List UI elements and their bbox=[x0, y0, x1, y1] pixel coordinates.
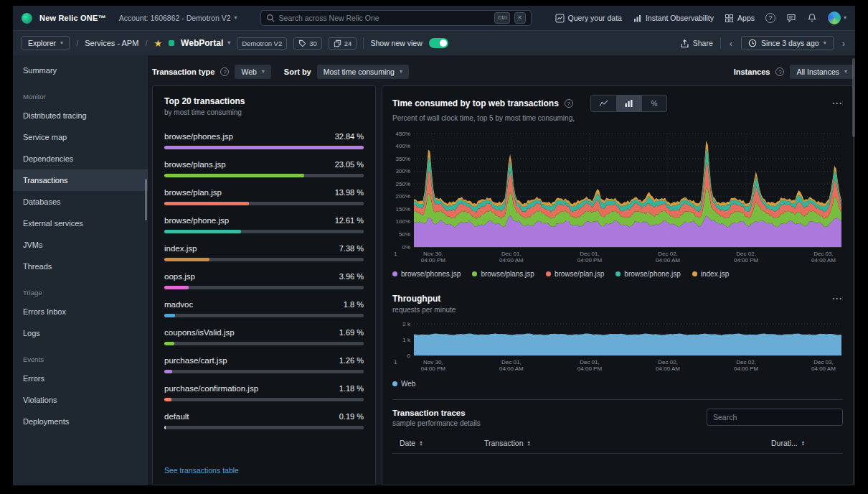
traces-column-transaction[interactable]: Transaction▲▼ bbox=[484, 439, 771, 447]
transaction-row[interactable]: coupons/isValid.jsp1.69 % bbox=[164, 328, 364, 345]
sidebar-item-deployments[interactable]: Deployments bbox=[13, 411, 148, 432]
sidebar-item-jvms[interactable]: JVMs bbox=[13, 234, 148, 256]
transaction-row[interactable]: purchase/cart.jsp1.26 % bbox=[164, 356, 364, 373]
feedback-button[interactable] bbox=[786, 13, 796, 23]
sidebar-item-dependencies[interactable]: Dependencies bbox=[13, 148, 148, 169]
legend-item-browse-plan-jsp[interactable]: browse/plan.jsp bbox=[546, 270, 604, 278]
legend-item-browse-phone-jsp[interactable]: browse/phone.jsp bbox=[615, 270, 680, 278]
chart-menu-button[interactable]: ··· bbox=[832, 98, 843, 108]
traces-search-input[interactable] bbox=[707, 409, 843, 426]
legend-label: browse/phones.jsp bbox=[401, 270, 461, 278]
transaction-row[interactable]: purchase/confirmation.jsp1.18 % bbox=[164, 384, 364, 401]
sidebar-scrollbar[interactable] bbox=[145, 179, 147, 220]
apps-button[interactable]: Apps bbox=[725, 14, 755, 23]
ctrl-key-badge: Ctrl bbox=[494, 12, 510, 23]
account-badge[interactable]: Demotron V2 bbox=[237, 37, 287, 50]
transaction-row[interactable]: browse/phones.jsp32.84 % bbox=[164, 132, 364, 149]
transaction-type-select[interactable]: Web ▾ bbox=[235, 65, 270, 79]
svg-text:0%: 0% bbox=[402, 244, 410, 251]
sidebar-section-triage: Triage bbox=[13, 277, 148, 301]
favorite-star-icon[interactable]: ★ bbox=[154, 39, 162, 48]
sidebar-item-transactions[interactable]: Transactions bbox=[13, 169, 148, 191]
traces-column-durati[interactable]: Durati...▲▼ bbox=[771, 439, 836, 447]
new-relic-app-window: New Relic ONE™ Account: 1606862 - Demotr… bbox=[13, 6, 855, 485]
bar-chart-toggle[interactable] bbox=[616, 95, 641, 111]
legend-item-index-jsp[interactable]: index.jsp bbox=[692, 270, 729, 278]
search-input[interactable] bbox=[279, 14, 490, 22]
sidebar-item-violations[interactable]: Violations bbox=[13, 389, 148, 411]
charts-panel: Time consumed by top web transactions ? … bbox=[382, 85, 854, 485]
chevron-down-icon: ▾ bbox=[824, 40, 826, 46]
legend-item-web[interactable]: Web bbox=[392, 380, 415, 388]
sidebar-section-monitor: Monitor bbox=[13, 81, 148, 105]
svg-text:Dec 01,: Dec 01, bbox=[580, 251, 600, 257]
sidebar-item-distributed-tracing[interactable]: Distributed tracing bbox=[13, 105, 148, 126]
notifications-button[interactable] bbox=[807, 13, 817, 23]
traces-column-date[interactable]: Date▲▼ bbox=[400, 439, 484, 447]
breadcrumb-separator: / bbox=[76, 39, 78, 47]
sidebar-item-logs[interactable]: Logs bbox=[13, 322, 148, 344]
transaction-row[interactable]: oops.jsp3.96 % bbox=[164, 272, 364, 289]
instances-select[interactable]: All Instances ▾ bbox=[790, 65, 854, 79]
transaction-row[interactable]: browse/plans.jsp23.05 % bbox=[164, 160, 364, 177]
svg-text:Dec 01,: Dec 01, bbox=[501, 251, 522, 257]
legend-item-browse-phones-jsp[interactable]: browse/phones.jsp bbox=[392, 270, 461, 278]
sidebar-item-errors-inbox[interactable]: Errors Inbox bbox=[13, 301, 148, 322]
time-picker[interactable]: Since 3 days ago ▾ bbox=[741, 36, 834, 50]
svg-text:04:00 AM: 04:00 AM bbox=[499, 365, 524, 372]
help-button[interactable]: ? bbox=[765, 13, 775, 23]
new-relic-logo[interactable] bbox=[22, 13, 32, 24]
transaction-bar-track bbox=[164, 370, 364, 373]
transaction-row[interactable]: browse/phone.jsp12.61 % bbox=[164, 216, 364, 233]
show-new-view-toggle[interactable] bbox=[429, 38, 448, 48]
user-avatar[interactable] bbox=[828, 11, 841, 24]
sort-by-select[interactable]: Most time consuming ▾ bbox=[317, 65, 409, 79]
help-tooltip-icon[interactable]: ? bbox=[220, 67, 229, 76]
see-transactions-table-link[interactable]: See transactions table bbox=[164, 462, 364, 477]
chart-menu-button[interactable]: ··· bbox=[832, 294, 843, 304]
time-consumed-chart[interactable]: 0%50%100%150%200%250%300%350%400%450%Nov… bbox=[392, 126, 844, 267]
throughput-chart[interactable]: 2 k1 k0Nov 30,04:00 PMDec 01,04:00 AMDec… bbox=[392, 318, 844, 377]
sidebar-item-databases[interactable]: Databases bbox=[13, 191, 148, 213]
sidebar-item-external-services[interactable]: External services bbox=[13, 213, 148, 234]
account-switcher[interactable]: Account: 1606862 - Demotron V2 ▾ bbox=[119, 14, 237, 22]
sort-icon: ▲▼ bbox=[419, 440, 423, 447]
global-search[interactable]: Ctrl K bbox=[260, 10, 532, 26]
bar-chart-icon bbox=[633, 14, 642, 23]
transaction-row[interactable]: index.jsp7.38 % bbox=[164, 244, 364, 261]
explorer-dropdown[interactable]: Explorer ▾ bbox=[22, 36, 70, 50]
svg-text:Dec 02,: Dec 02, bbox=[658, 359, 678, 365]
grid-icon bbox=[725, 14, 734, 23]
entity-dropdown[interactable]: WebPortal ▾ bbox=[181, 38, 230, 48]
transaction-percent: 1.18 % bbox=[339, 384, 364, 393]
transaction-row[interactable]: default0.19 % bbox=[164, 412, 364, 429]
help-tooltip-icon[interactable]: ? bbox=[775, 67, 784, 76]
instances-value: All Instances bbox=[796, 67, 839, 76]
instant-observability-button[interactable]: Instant Observability bbox=[633, 14, 714, 23]
brand-title: New Relic ONE™ bbox=[39, 14, 106, 22]
query-your-data-button[interactable]: Query your data bbox=[555, 14, 622, 23]
tags-badge[interactable]: 30 bbox=[293, 37, 322, 50]
transaction-row[interactable]: madvoc1.8 % bbox=[164, 300, 364, 317]
content-scrollbar[interactable] bbox=[852, 58, 855, 137]
transaction-bar-track bbox=[164, 426, 364, 429]
transaction-bar-fill bbox=[164, 286, 189, 289]
percent-toggle[interactable]: % bbox=[641, 95, 666, 111]
line-chart-toggle[interactable] bbox=[591, 95, 616, 111]
related-entities-badge[interactable]: 24 bbox=[329, 37, 357, 50]
share-button[interactable]: Share bbox=[680, 39, 713, 48]
breadcrumb-services-apm[interactable]: Services - APM bbox=[85, 39, 138, 47]
sidebar-item-summary[interactable]: Summary bbox=[13, 60, 148, 81]
entity-toolbar: Explorer ▾ / Services - APM / ★ WebPorta… bbox=[13, 30, 855, 55]
transaction-row[interactable]: browse/plan.jsp13.98 % bbox=[164, 188, 364, 205]
sidebar-item-errors[interactable]: Errors bbox=[13, 368, 148, 389]
section-divider bbox=[392, 399, 843, 400]
help-tooltip-icon[interactable]: ? bbox=[565, 99, 573, 108]
tag-icon bbox=[298, 39, 306, 47]
time-forward-button[interactable]: › bbox=[841, 39, 846, 48]
legend-item-browse-plans-jsp[interactable]: browse/plans.jsp bbox=[472, 270, 534, 278]
time-back-button[interactable]: ‹ bbox=[728, 39, 734, 48]
sidebar-item-service-map[interactable]: Service map bbox=[13, 126, 148, 148]
sidebar-item-threads[interactable]: Threads bbox=[13, 256, 148, 277]
transaction-bar-track bbox=[164, 174, 364, 177]
